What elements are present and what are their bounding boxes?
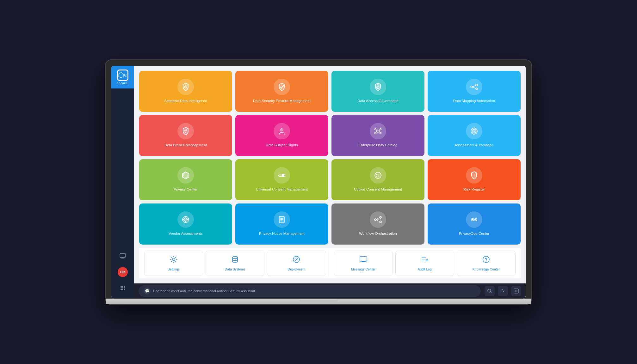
card-label-data-security: Data Security Posture Management — [253, 98, 311, 103]
utility-card-message-center[interactable]: Message Center — [334, 251, 393, 276]
chat-bubble-icon: 💬 — [144, 288, 151, 294]
data-systems-icon — [231, 255, 239, 265]
svg-point-48 — [172, 258, 175, 261]
card-vendor-assessments[interactable]: Vendor Assessments — [139, 203, 232, 245]
sidebar-bottom: DB — [117, 251, 128, 299]
svg-point-1 — [121, 286, 122, 287]
svg-point-6 — [124, 287, 125, 288]
svg-point-43 — [377, 219, 379, 220]
utility-card-knowledge-center[interactable]: ? Knowledge Center — [457, 251, 516, 276]
sidebar: securiti DB — [111, 66, 134, 299]
settings-icon — [170, 255, 178, 265]
card-enterprise-data-catalog[interactable]: Enterprise Data Catalog — [331, 115, 424, 156]
card-cookie-consent[interactable]: Cookie Consent Management — [331, 159, 424, 200]
chat-bubble[interactable]: 💬 Upgrade to meet Auti, the conversation… — [139, 285, 481, 297]
card-label-privacy-notice: Privacy Notice Management — [259, 231, 305, 236]
card-data-access-governance[interactable]: Data Access Governance — [331, 71, 424, 112]
card-data-breach[interactable]: Data Breach Management — [139, 115, 232, 156]
card-data-security-posture[interactable]: Data Security Posture Management — [235, 71, 328, 112]
card-universal-consent[interactable]: Universal Consent Management — [235, 159, 328, 200]
card-label-assessment: Assessment Automation — [455, 143, 493, 148]
svg-point-7 — [121, 289, 122, 290]
card-icon-vendor — [177, 211, 194, 228]
user-avatar[interactable]: DB — [118, 267, 128, 277]
svg-point-30 — [375, 172, 381, 179]
svg-text:!: ! — [473, 173, 475, 178]
main-content: Sensitive Data Intelligence Data Securit… — [134, 66, 526, 299]
svg-point-24 — [380, 132, 381, 134]
card-label-cookie-consent: Cookie Consent Management — [354, 187, 402, 192]
cards-row-2: Data Breach Management Da — [139, 115, 521, 156]
svg-point-8 — [122, 289, 123, 290]
svg-point-21 — [375, 129, 376, 130]
svg-point-34 — [379, 174, 379, 174]
utility-label-audit-log: Audit Log — [418, 267, 432, 271]
laptop-notch — [300, 300, 337, 303]
card-sensitive-data-intelligence[interactable]: Sensitive Data Intelligence — [139, 71, 232, 112]
utility-label-data-systems: Data Systems — [225, 267, 245, 271]
play-button[interactable] — [511, 286, 521, 296]
utility-label-message-center: Message Center — [351, 267, 375, 271]
sidebar-logo[interactable]: securiti — [111, 66, 134, 88]
cards-grid-area: Sensitive Data Intelligence Data Securit… — [134, 66, 526, 283]
card-label-data-mapping: Data Mapping Automation — [453, 98, 495, 103]
card-assessment-automation[interactable]: Assessment Automation — [428, 115, 521, 156]
card-label-enterprise-data: Enterprise Data Catalog — [359, 143, 398, 148]
utility-section-right: Message Center Audit Log — [329, 251, 516, 276]
svg-point-3 — [124, 286, 125, 287]
svg-point-29 — [282, 174, 284, 177]
card-risk-register[interactable]: ! Risk Register — [428, 159, 521, 200]
card-privacy-center[interactable]: Privacy Center — [139, 159, 232, 200]
card-icon-assessment — [466, 123, 482, 139]
card-icon-workflow — [370, 211, 386, 228]
svg-point-31 — [376, 174, 377, 175]
svg-point-16 — [476, 88, 478, 90]
laptop-base — [106, 299, 531, 304]
logo-icon — [117, 70, 128, 81]
svg-point-38 — [185, 219, 186, 220]
cards-row-1: Sensitive Data Intelligence Data Securit… — [139, 71, 521, 112]
card-label-data-breach: Data Breach Management — [164, 143, 207, 148]
svg-point-27 — [473, 130, 475, 132]
knowledge-center-icon: ? — [482, 255, 490, 265]
svg-point-13 — [378, 87, 379, 88]
card-label-vendor: Vendor Assessments — [169, 231, 202, 236]
search-button[interactable] — [485, 286, 495, 296]
svg-point-42 — [380, 221, 381, 223]
card-workflow[interactable]: Workflow Orchestration — [331, 203, 424, 245]
card-icon-privacy-center — [177, 167, 194, 184]
utility-label-knowledge-center: Knowledge Center — [473, 267, 500, 271]
utility-card-settings[interactable]: Settings — [144, 251, 203, 276]
settings-button[interactable] — [498, 286, 508, 296]
svg-point-47 — [475, 219, 476, 220]
utility-card-audit-log[interactable]: Audit Log — [395, 251, 454, 276]
card-privacyops[interactable]: PrivacyOps Center — [428, 203, 521, 245]
card-data-subject-rights[interactable]: Data Subject Rights — [235, 115, 328, 156]
card-icon-privacyops — [466, 211, 482, 228]
utility-card-deployment[interactable]: Deployment — [267, 251, 326, 276]
screen: securiti DB — [111, 66, 526, 299]
utility-section-left: Settings — [144, 251, 326, 276]
utility-bar: Settings — [139, 248, 521, 278]
apps-icon[interactable] — [117, 282, 128, 294]
card-privacy-notice[interactable]: Privacy Notice Management — [235, 203, 328, 245]
svg-point-17 — [185, 132, 186, 133]
svg-point-15 — [476, 84, 478, 86]
card-icon-privacy-notice — [274, 211, 290, 228]
message-center-icon — [359, 255, 368, 265]
card-data-mapping[interactable]: Data Mapping Automation — [428, 71, 521, 112]
svg-point-52 — [296, 259, 297, 260]
card-label-privacy-center: Privacy Center — [174, 187, 197, 192]
card-icon-data-access — [370, 79, 386, 95]
svg-text:?: ? — [485, 257, 488, 262]
card-icon-cookie-consent — [370, 167, 386, 184]
chat-icon[interactable] — [117, 251, 128, 262]
svg-point-32 — [378, 176, 379, 177]
svg-point-4 — [121, 287, 122, 288]
svg-point-33 — [376, 176, 377, 177]
svg-point-20 — [377, 130, 379, 132]
card-label-privacyops: PrivacyOps Center — [459, 231, 490, 236]
utility-card-data-systems[interactable]: Data Systems — [206, 251, 264, 276]
svg-point-11 — [185, 87, 186, 88]
chat-placeholder-text: Upgrade to meet Auti, the conversational… — [153, 289, 256, 293]
